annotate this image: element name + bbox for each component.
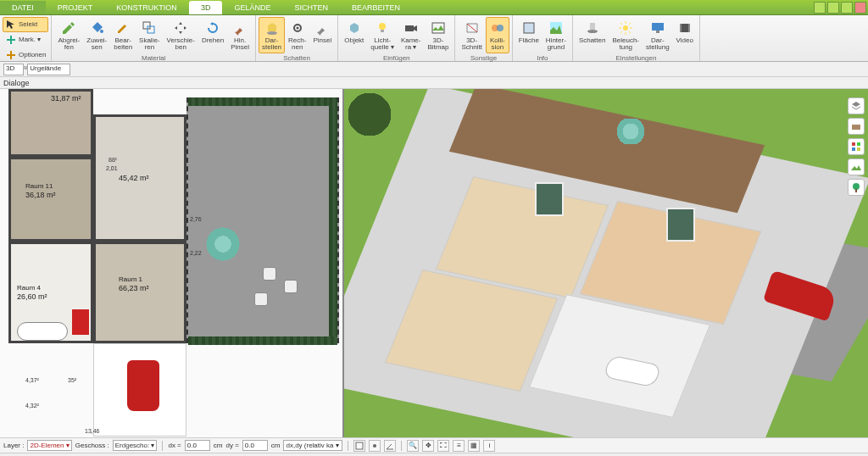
view-layers-button[interactable]: ≡	[453, 440, 465, 452]
menu-tab-konstruktion[interactable]: KONSTRUKTION	[104, 1, 189, 14]
window-close-button[interactable]	[854, 2, 866, 14]
pencil-icon	[114, 19, 131, 36]
background-button[interactable]: Hinter- grund	[542, 17, 570, 53]
view-fit-button[interactable]: ⛶	[437, 440, 449, 452]
menu-tab-sichten[interactable]: SICHTEN	[282, 1, 340, 14]
eyedropper-icon	[60, 19, 77, 36]
floor-select[interactable]: Erdgescho: ▾	[113, 440, 158, 451]
section-3d-button[interactable]: 3D- Schnitt	[458, 17, 485, 53]
tree-icon	[344, 89, 395, 140]
shadow-display-button[interactable]: Dar- stellen	[259, 17, 285, 53]
svg-rect-18	[656, 31, 659, 33]
coord-mode-select[interactable]: dx,dy (relativ ka ▾	[283, 440, 342, 451]
brush-icon	[231, 19, 248, 36]
dy-input[interactable]: 0.0	[242, 440, 268, 451]
dialog-subtoolbar: Dialoge	[0, 77, 868, 89]
hedge-icon	[188, 97, 337, 106]
layers-tool-button[interactable]	[848, 97, 865, 114]
ribbon-group-einfuegen: Objekt Licht- quelle ▾ Kame- ra ▾ 3D- Bi…	[338, 15, 455, 61]
svg-point-14	[587, 30, 598, 33]
svg-rect-20	[680, 24, 682, 32]
collision-button[interactable]: Kolli- sion	[486, 17, 509, 53]
lighting-settings-button[interactable]: Beleuch- tung	[609, 17, 643, 53]
cube-shadow-icon	[264, 19, 281, 36]
pick-material-button[interactable]: Abgrei- fen	[54, 17, 83, 53]
section-icon	[464, 19, 481, 36]
shift-material-button[interactable]: Verschie- ben	[164, 17, 198, 53]
move-icon	[172, 19, 189, 36]
back-brush-button[interactable]: Hin. Pinsel	[227, 17, 253, 53]
layer-select[interactable]: 2D-Elemen ▾	[27, 440, 71, 451]
shadow-settings-icon	[584, 19, 601, 36]
menu-tab-3d[interactable]: 3D	[189, 1, 223, 14]
floor-label: Geschoss :	[75, 442, 109, 449]
window-minimize-button[interactable]	[827, 2, 839, 14]
assign-material-button[interactable]: Zuwei- sen	[83, 17, 110, 53]
svg-point-30	[373, 444, 376, 448]
terrain-select[interactable]: Urgelände	[27, 64, 70, 75]
view-subtoolbar: 3D Urgelände	[0, 62, 868, 77]
view-zoom-button[interactable]: 🔍	[407, 440, 419, 452]
bathtub-icon	[17, 322, 68, 341]
work-area: 31,87 m² Raum 11 36,18 m² 45,42 m² Raum …	[0, 89, 868, 437]
dialog-label: Dialoge	[3, 79, 30, 87]
room-name: Raum 1	[119, 275, 142, 283]
snap-angle-button[interactable]	[384, 440, 396, 452]
colors-tool-button[interactable]	[848, 138, 865, 155]
car-icon	[127, 360, 159, 411]
chair-icon	[284, 280, 298, 293]
room-name: Raum 11	[25, 182, 53, 190]
insert-light-button[interactable]: Licht- quelle ▾	[367, 17, 398, 53]
svg-rect-15	[590, 23, 595, 30]
rotate-material-button[interactable]: Drehen	[198, 17, 227, 53]
insert-object-button[interactable]: Objekt	[341, 17, 367, 53]
view-info-button[interactable]: i	[483, 440, 495, 452]
svg-rect-22	[852, 125, 860, 130]
furniture-tool-button[interactable]	[848, 118, 865, 135]
cube-icon	[346, 19, 363, 36]
umbrella-3d-icon	[615, 119, 646, 144]
window-help-button[interactable]	[814, 2, 826, 14]
view-pan-button[interactable]: ✥	[422, 440, 434, 452]
display-settings-button[interactable]: Dar- stellung	[643, 17, 673, 53]
shadow-brush-button[interactable]: Pinsel	[309, 17, 335, 53]
view-mode-select[interactable]: 3D	[3, 64, 24, 75]
plants-tool-button[interactable]	[848, 179, 865, 196]
scene-3d-viewport[interactable]	[344, 89, 868, 437]
room-area: 36,18 m²	[25, 191, 56, 199]
shadow-compute-button[interactable]: Rech- nen	[285, 17, 309, 53]
window-maximize-button[interactable]	[841, 2, 853, 14]
dx-label: dx =	[168, 442, 181, 449]
snap-point-button[interactable]	[369, 440, 381, 452]
shadows-settings-button[interactable]: Schatten	[576, 17, 609, 53]
terrain-tool-button[interactable]	[848, 158, 865, 175]
mark-dropdown[interactable]: Mark. ▾	[3, 32, 48, 47]
video-settings-button[interactable]: Video	[673, 17, 697, 53]
hedge-icon	[188, 336, 337, 345]
svg-rect-23	[852, 142, 855, 146]
plus-icon	[5, 34, 17, 46]
ribbon-group-sonstige: 3D- Schnitt Kolli- sion Sonstige	[455, 15, 512, 61]
select-button[interactable]: Selekt	[3, 17, 48, 32]
svg-rect-7	[381, 30, 384, 32]
options-button[interactable]: Optionen	[3, 47, 48, 63]
view-grid-button[interactable]: ▦	[468, 440, 480, 452]
menu-tab-projekt[interactable]: PROJEKT	[46, 1, 105, 14]
svg-rect-1	[143, 22, 150, 29]
menu-tab-bearbeiten[interactable]: BEARBEITEN	[340, 1, 412, 14]
window-3d-icon	[666, 208, 695, 242]
room-area: 45,42 m²	[119, 174, 149, 182]
edit-material-button[interactable]: Bear- beiten	[110, 17, 136, 53]
snap-grid-button[interactable]	[353, 440, 365, 452]
ribbon-group-einstellungen: Schatten Beleuch- tung Dar- stellung Vid…	[573, 15, 700, 61]
menu-tab-gelaende[interactable]: GELÄNDE	[222, 1, 282, 14]
svg-rect-2	[147, 26, 154, 33]
insert-bitmap-button[interactable]: 3D- Bitmap	[424, 17, 452, 53]
insert-camera-button[interactable]: Kame- ra ▾	[398, 17, 425, 53]
plan-2d-viewport[interactable]: 31,87 m² Raum 11 36,18 m² 45,42 m² Raum …	[0, 89, 344, 437]
menu-tab-datei[interactable]: DATEI	[0, 1, 46, 14]
area-info-button[interactable]: Fläche	[515, 17, 542, 53]
scale-material-button[interactable]: Skalie- ren	[136, 17, 163, 53]
svg-point-5	[296, 27, 298, 30]
dx-input[interactable]: 0.0	[185, 440, 210, 451]
